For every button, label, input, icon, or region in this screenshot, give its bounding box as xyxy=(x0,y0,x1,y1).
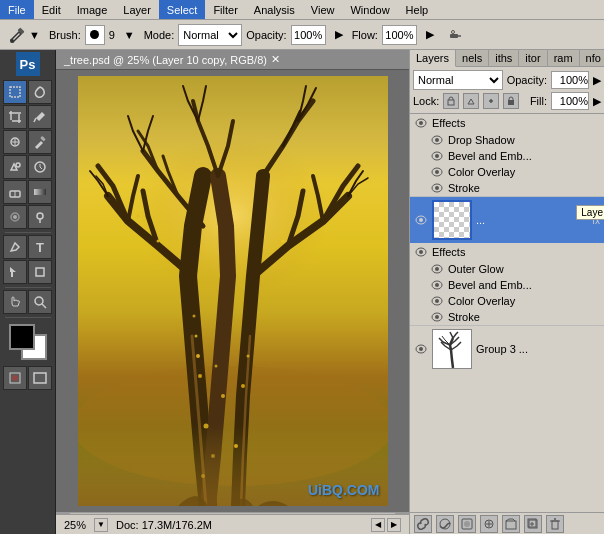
new-group-btn[interactable] xyxy=(502,515,520,533)
link-layers-btn[interactable] xyxy=(414,515,432,533)
fill-value-input[interactable] xyxy=(551,92,589,110)
color-overlay-eye-2[interactable] xyxy=(430,294,444,308)
stroke-eye-1[interactable] xyxy=(430,181,444,195)
tab-layers[interactable]: Layers xyxy=(410,50,456,67)
menu-image[interactable]: Image xyxy=(69,0,116,19)
tool-row-3 xyxy=(3,130,52,154)
outer-glow-eye[interactable] xyxy=(430,262,444,276)
crop-tool[interactable] xyxy=(3,105,27,129)
stroke-item-2[interactable]: Stroke xyxy=(410,309,604,325)
mode-select[interactable]: Normal Dissolve Multiply xyxy=(178,24,242,46)
pen-tool[interactable] xyxy=(3,235,27,259)
lock-transparent-btn[interactable] xyxy=(443,93,459,109)
tab-info[interactable]: ram xyxy=(548,50,580,66)
opacity-input[interactable] xyxy=(291,25,326,45)
menu-help[interactable]: Help xyxy=(398,0,437,19)
new-fill-btn[interactable] xyxy=(480,515,498,533)
bevel-emboss-eye-1[interactable] xyxy=(430,149,444,163)
bevel-emboss-item-1[interactable]: Bevel and Emb... xyxy=(410,148,604,164)
effects-eye-2[interactable] xyxy=(414,245,428,259)
menu-file[interactable]: File xyxy=(0,0,34,19)
quick-mask-tool[interactable] xyxy=(3,366,27,390)
blur-tool[interactable] xyxy=(3,205,27,229)
lock-all-btn[interactable] xyxy=(503,93,519,109)
nav-right-btn[interactable]: ▶ xyxy=(387,518,401,532)
menu-edit[interactable]: Edit xyxy=(34,0,69,19)
tab-paths[interactable]: iths xyxy=(489,50,519,66)
scroll-right-btn[interactable]: ▶ xyxy=(395,513,409,515)
lock-image-btn[interactable] xyxy=(463,93,479,109)
tool-row-3d xyxy=(3,290,52,314)
fg-color-box[interactable] xyxy=(9,324,35,350)
path-select-tool[interactable] xyxy=(3,260,27,284)
clone-tool[interactable] xyxy=(3,155,27,179)
eyedropper-tool[interactable] xyxy=(28,105,52,129)
lasso-tool[interactable] xyxy=(28,80,52,104)
h-scroll-thumb[interactable] xyxy=(72,514,393,515)
outer-glow-item[interactable]: Outer Glow xyxy=(410,261,604,277)
drop-shadow-eye[interactable] xyxy=(430,133,444,147)
flow-input[interactable] xyxy=(382,25,417,45)
delete-layer-btn[interactable] xyxy=(546,515,564,533)
spot-heal-tool[interactable] xyxy=(3,130,27,154)
nav-left-btn[interactable]: ◀ xyxy=(371,518,385,532)
airbrush-icon xyxy=(448,28,462,42)
menu-analysis[interactable]: Analysis xyxy=(246,0,303,19)
screen-mode-tool[interactable] xyxy=(28,366,52,390)
blend-mode-select[interactable]: Normal Multiply Screen Overlay xyxy=(413,70,503,90)
group-layer-eye[interactable] xyxy=(414,342,428,356)
marquee-tool[interactable] xyxy=(3,80,27,104)
selected-layer-thumb xyxy=(432,200,472,240)
tab-channels[interactable]: nels xyxy=(456,50,489,66)
menu-filter[interactable]: Filter xyxy=(205,0,245,19)
bevel-emboss-eye-2[interactable] xyxy=(430,278,444,292)
stroke-item-1[interactable]: Stroke xyxy=(410,180,604,196)
menu-view[interactable]: View xyxy=(303,0,343,19)
add-style-btn[interactable] xyxy=(436,515,454,533)
svg-line-26 xyxy=(42,304,46,308)
dodge-tool[interactable] xyxy=(28,205,52,229)
flow-arrow[interactable]: ▶ xyxy=(421,25,439,44)
opacity-value-input[interactable] xyxy=(551,71,589,89)
color-overlay-eye-1[interactable] xyxy=(430,165,444,179)
new-layer-btn[interactable] xyxy=(524,515,542,533)
shape-tool[interactable] xyxy=(28,260,52,284)
canvas-viewport[interactable]: UiBQ.COM ◀ ▶ xyxy=(56,70,409,514)
tool-row-path: T xyxy=(3,235,52,259)
brush-tool-button[interactable]: ▼ xyxy=(4,23,45,47)
brush-tool[interactable] xyxy=(28,130,52,154)
group-layer-row[interactable]: Group 3 ... xyxy=(410,326,604,372)
opacity-arrow[interactable]: ▶ xyxy=(330,25,348,44)
hand-tool[interactable] xyxy=(3,290,27,314)
fill-arrow[interactable]: ▶ xyxy=(593,95,601,108)
eraser-tool[interactable] xyxy=(3,180,27,204)
color-overlay-item-1[interactable]: Color Overlay xyxy=(410,164,604,180)
add-mask-btn[interactable] xyxy=(458,515,476,533)
scroll-left-btn[interactable]: ◀ xyxy=(56,513,70,515)
menu-select[interactable]: Select xyxy=(159,0,206,19)
drop-shadow-item[interactable]: Drop Shadow xyxy=(410,132,604,148)
zoom-tool[interactable] xyxy=(28,290,52,314)
menu-window[interactable]: Window xyxy=(342,0,397,19)
clone-icon xyxy=(8,160,22,174)
bevel-emboss-item-2[interactable]: Bevel and Emb... xyxy=(410,277,604,293)
type-t-label: T xyxy=(36,240,44,255)
brush-preview[interactable] xyxy=(85,25,105,45)
menu-layer[interactable]: Layer xyxy=(115,0,159,19)
tab-nav[interactable]: nfo xyxy=(580,50,604,66)
effects-eye-1[interactable] xyxy=(414,116,428,130)
zoom-option-btn[interactable]: ▼ xyxy=(94,518,108,532)
canvas-close-button[interactable]: ✕ xyxy=(271,53,280,66)
gradient-tool[interactable] xyxy=(28,180,52,204)
history-tool[interactable] xyxy=(28,155,52,179)
lock-position-btn[interactable] xyxy=(483,93,499,109)
opacity-arrow[interactable]: ▶ xyxy=(593,74,601,87)
selected-layer-eye[interactable] xyxy=(414,213,428,227)
text-tool[interactable]: T xyxy=(28,235,52,259)
tab-histogram[interactable]: itor xyxy=(519,50,547,66)
color-overlay-item-2[interactable]: Color Overlay xyxy=(410,293,604,309)
stroke-eye-2[interactable] xyxy=(430,310,444,324)
brush-options-button[interactable]: ▼ xyxy=(119,26,140,44)
airbrush-button[interactable] xyxy=(443,25,467,45)
selected-layer-row[interactable]: ... fx Laye xyxy=(410,197,604,243)
